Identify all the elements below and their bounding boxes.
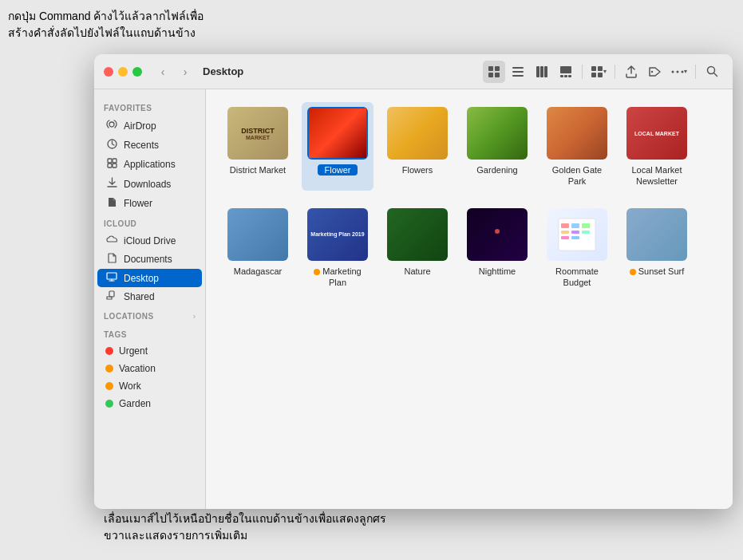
file-thumb-marketing-plan: Marketing Plan 2019 <box>307 208 368 261</box>
svg-rect-42 <box>571 231 579 234</box>
documents-icon <box>105 253 118 266</box>
icloud-label: iCloud <box>94 213 205 231</box>
svg-rect-8 <box>540 66 543 77</box>
file-thumb-district-market: DISTRICT MARKET <box>227 107 288 160</box>
svg-rect-16 <box>591 73 596 77</box>
file-item-marketing-plan[interactable]: Marketing Plan 2019 Marketing Plan <box>302 203 373 292</box>
file-thumb-flower <box>307 107 368 160</box>
svg-rect-6 <box>512 75 524 77</box>
tags-label: Tags <box>94 324 205 342</box>
sidebar-item-shared[interactable]: Shared <box>97 287 202 306</box>
file-name-golden-gate: Golden Gate Park <box>544 164 610 187</box>
downloads-icon <box>105 177 118 191</box>
file-item-madagascar[interactable]: Madagascar <box>222 203 294 292</box>
file-item-nature[interactable]: Nature <box>381 203 453 292</box>
file-thumb-flowers <box>387 107 448 160</box>
file-thumb-golden-gate <box>547 107 607 160</box>
sidebar-airdrop-label: AirDrop <box>124 120 156 132</box>
sidebar-item-recents[interactable]: Recents <box>97 136 202 155</box>
svg-rect-29 <box>113 164 117 168</box>
tag-button[interactable] <box>644 61 666 83</box>
file-name-local-market: Local Market Newsletter <box>624 164 690 187</box>
sidebar-item-vacation[interactable]: Vacation <box>97 360 202 377</box>
sidebar-item-downloads[interactable]: Downloads <box>97 174 202 194</box>
applications-icon <box>105 158 118 171</box>
file-thumb-sunset-surf <box>626 208 687 261</box>
file-name-nature: Nature <box>404 266 430 277</box>
file-thumb-roommate-budget <box>547 208 607 261</box>
sidebar-vacation-label: Vacation <box>119 363 156 374</box>
file-item-district-market[interactable]: DISTRICT MARKET District Market <box>222 102 294 191</box>
sidebar-work-label: Work <box>119 381 141 392</box>
view-gallery-button[interactable] <box>555 61 577 83</box>
close-button[interactable] <box>104 67 113 77</box>
more-button[interactable]: ▾ <box>668 61 690 83</box>
sidebar-item-icloud-drive[interactable]: iCloud Drive <box>97 231 202 250</box>
sidebar-applications-label: Applications <box>124 159 176 170</box>
svg-point-36 <box>495 229 500 234</box>
svg-rect-1 <box>495 66 500 71</box>
file-thumb-gardening <box>467 107 528 160</box>
sidebar-item-garden[interactable]: Garden <box>97 395 202 412</box>
file-name-gardening: Gardening <box>476 164 517 175</box>
sidebar-item-airdrop[interactable]: AirDrop <box>97 116 202 136</box>
sidebar-icloud-label: iCloud Drive <box>124 235 176 246</box>
file-item-nighttime[interactable]: Nighttime <box>461 203 533 292</box>
sidebar-item-documents[interactable]: Documents <box>97 250 202 269</box>
view-list-button[interactable] <box>507 61 529 83</box>
group-button[interactable]: ▾ <box>587 61 610 83</box>
view-columns-button[interactable] <box>531 61 553 83</box>
file-item-roommate-budget[interactable]: Roommate Budget <box>541 203 613 292</box>
svg-rect-39 <box>571 223 579 228</box>
forward-button[interactable]: › <box>177 64 193 80</box>
airdrop-icon <box>105 119 118 132</box>
work-tag-dot <box>105 382 113 390</box>
vacation-tag-dot <box>105 365 113 373</box>
file-item-sunset-surf[interactable]: Sunset Surf <box>621 203 693 292</box>
share-button[interactable] <box>620 61 642 83</box>
sidebar-item-urgent[interactable]: Urgent <box>97 342 202 360</box>
svg-rect-12 <box>564 75 567 77</box>
marketing-dot <box>314 269 320 275</box>
file-item-golden-gate[interactable]: Golden Gate Park <box>541 102 613 191</box>
sidebar-downloads-label: Downloads <box>124 179 171 190</box>
svg-rect-11 <box>560 75 563 77</box>
sidebar-shared-label: Shared <box>124 291 155 302</box>
toolbar-divider-3 <box>695 65 696 79</box>
svg-rect-13 <box>568 75 571 77</box>
file-name-madagascar: Madagascar <box>234 266 283 277</box>
file-item-gardening[interactable]: Gardening <box>461 102 533 191</box>
minimize-button[interactable] <box>118 67 128 77</box>
svg-rect-7 <box>536 66 539 77</box>
icloud-drive-icon <box>105 235 118 246</box>
svg-rect-43 <box>582 231 590 234</box>
file-item-flower[interactable]: Flower <box>302 102 373 191</box>
tooltip-top: กดปุ่ม Command ค้างไว้แล้วลากไฟล์เพื่อ ส… <box>8 8 204 41</box>
search-button[interactable] <box>701 61 723 83</box>
sidebar-item-desktop[interactable]: Desktop <box>97 269 202 287</box>
sidebar-item-flower[interactable]: Flower <box>97 194 202 213</box>
svg-rect-45 <box>571 236 579 239</box>
svg-rect-27 <box>113 159 117 163</box>
svg-rect-40 <box>582 223 590 228</box>
traffic-lights <box>104 67 142 77</box>
svg-rect-15 <box>598 66 603 71</box>
favorites-label: Favorites <box>94 97 205 116</box>
locations-label: Locations <box>104 312 154 321</box>
finder-window: ‹ › Desktop ▾ <box>94 54 733 509</box>
svg-point-20 <box>677 70 679 73</box>
svg-rect-9 <box>544 66 547 77</box>
back-button[interactable]: ‹ <box>155 64 171 80</box>
sidebar-item-work[interactable]: Work <box>97 377 202 395</box>
file-item-local-market[interactable]: LOCAL MARKET Local Market Newsletter <box>621 102 693 191</box>
locations-chevron-icon[interactable]: › <box>193 312 196 321</box>
fullscreen-button[interactable] <box>132 67 142 77</box>
view-icon-button[interactable] <box>483 61 505 83</box>
file-name-district-market: District Market <box>230 164 286 175</box>
sidebar-item-applications[interactable]: Applications <box>97 155 202 174</box>
file-item-flowers[interactable]: Flowers <box>381 102 453 191</box>
sidebar: Favorites AirDrop Recents Applications <box>94 89 206 509</box>
svg-rect-4 <box>512 67 524 69</box>
file-thumb-nature <box>387 208 448 261</box>
sunset-dot <box>630 269 636 275</box>
